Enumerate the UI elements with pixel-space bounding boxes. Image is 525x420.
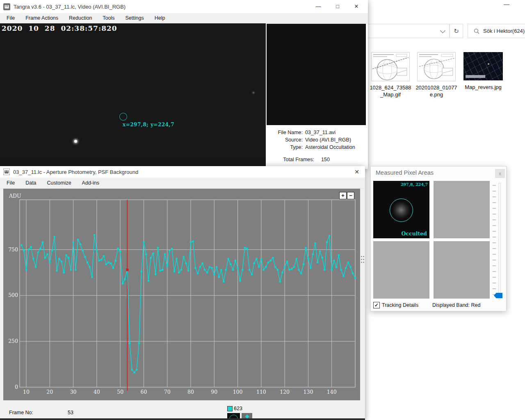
map-thumbnail-2 <box>417 52 456 81</box>
search-box[interactable]: Sök i Hektor(624) <box>468 24 525 38</box>
faint-star-dot <box>253 92 254 94</box>
svg-text:80: 80 <box>187 389 194 395</box>
info-row: Source: Video (AVI.BI_RGB) <box>267 137 365 143</box>
panel-close-button[interactable]: x <box>495 169 505 178</box>
measured-pixel-areas-panel: Measured Pixel Areas x 297,8, 224,7 Occu… <box>370 166 507 311</box>
close-button[interactable]: ✕ <box>349 1 363 11</box>
target-coordinates-label: x=297,8; y=224,7 <box>123 122 174 128</box>
menu-file[interactable]: File <box>1 13 20 23</box>
file-item[interactable]: 1028_624_73588_Map.gif <box>369 52 412 98</box>
tile-status-label: Occulted <box>402 231 427 237</box>
aperture-circle <box>390 199 413 222</box>
svg-text:140: 140 <box>327 389 337 395</box>
lightcurve-titlebar[interactable]: 03_37_11.lc - Aperture Photometry, PSF B… <box>0 166 365 178</box>
video-timestamp: 2020 10 28 02:38:57:820 <box>2 24 117 32</box>
refresh-button[interactable]: ↻ <box>450 24 463 38</box>
check-icon: ✓ <box>374 302 379 308</box>
zoom-in-button[interactable]: + <box>339 192 347 199</box>
pixel-area-tile-occulted[interactable]: 297,8, 224,7 Occulted <box>373 181 429 238</box>
svg-text:10: 10 <box>23 389 30 395</box>
lightcurve-series <box>22 235 355 372</box>
svg-text:250: 250 <box>8 338 18 344</box>
pixel-area-tile-4[interactable] <box>434 241 490 299</box>
legend-swatch <box>227 406 233 411</box>
lightcurve-menubar: File Data Customize Add-ins <box>0 178 365 189</box>
info-label: File Name: <box>267 130 303 135</box>
menu-data[interactable]: Data <box>20 178 41 188</box>
svg-text:750: 750 <box>8 247 18 253</box>
maximize-button[interactable]: □ <box>331 1 345 11</box>
minimize-button[interactable]: — <box>311 1 325 11</box>
svg-text:130: 130 <box>304 389 313 395</box>
map-thumbnail-1 <box>371 52 410 81</box>
map-thumbnail-3 <box>463 52 503 80</box>
svg-text:50: 50 <box>117 389 123 395</box>
svg-text:500: 500 <box>8 292 18 298</box>
address-bar[interactable] <box>366 24 450 38</box>
svg-text:40: 40 <box>94 389 100 395</box>
menu-reduction[interactable]: Reduction <box>64 13 97 23</box>
displayed-band-label: Displayed Band: Red <box>432 302 480 308</box>
info-row: File Name: 03_37_11.avi <box>267 130 365 135</box>
refresh-icon: ↻ <box>454 27 459 35</box>
close-button[interactable]: ✕ <box>350 167 364 177</box>
chevron-down-icon[interactable] <box>440 28 445 33</box>
menu-file[interactable]: File <box>1 178 20 188</box>
total-frames-row: Total Frames: 150 <box>267 157 365 162</box>
search-icon <box>474 28 479 34</box>
tracking-details-checkbox[interactable]: ✓ <box>373 302 380 308</box>
window-title: Tangra v3.6 - 03_37_11.lc, Video (AVI.BI… <box>14 4 126 10</box>
tangra-menubar: File Frame Actions Reduction Tools Setti… <box>0 13 368 23</box>
file-name[interactable]: 20201028_01077e.png <box>415 84 458 98</box>
file-info-panel: File Name: 03_37_11.avi Source: Video (A… <box>267 130 365 164</box>
svg-text:30: 30 <box>70 389 77 395</box>
lightcurve-window: 03_37_11.lc - Aperture Photometry, PSF B… <box>0 166 365 420</box>
explorer-minimize-icon[interactable]: — <box>504 1 509 7</box>
frame-no-value: 53 <box>68 410 73 415</box>
tracking-details-label: Tracking Details <box>382 302 418 308</box>
info-value: 03_37_11.avi <box>303 130 336 135</box>
svg-text:100: 100 <box>233 389 243 395</box>
file-name[interactable]: Map_revers.jpg <box>462 84 504 91</box>
star-dot <box>74 140 77 143</box>
zoom-slider-track[interactable] <box>498 183 501 299</box>
tangra-titlebar[interactable]: Tangra v3.6 - 03_37_11.lc, Video (AVI.BI… <box>0 0 368 13</box>
video-frame[interactable]: 2020 10 28 02:38:57:820 x=297,8; y=224,7 <box>0 23 266 169</box>
tangra-app-icon <box>3 3 10 10</box>
slider-tick-marks <box>493 185 496 298</box>
target-aperture-circle[interactable] <box>119 113 127 121</box>
legend-label: 623 <box>234 406 242 411</box>
menu-settings[interactable]: Settings <box>120 13 149 23</box>
info-row: Type: Asteroidal Occultation <box>267 144 365 150</box>
pixel-area-tile-3[interactable] <box>373 241 429 299</box>
file-item[interactable]: 20201028_01077e.png <box>415 52 458 98</box>
total-frames-label: Total Frames: <box>267 157 314 162</box>
zoom-out-button[interactable]: − <box>347 192 354 199</box>
svg-text:20: 20 <box>46 389 53 395</box>
frame-no-label: Frame No: <box>9 410 33 415</box>
svg-text:60: 60 <box>141 389 147 395</box>
svg-text:90: 90 <box>211 389 217 395</box>
svg-text:0: 0 <box>15 384 18 390</box>
pixel-area-tile-2[interactable] <box>434 181 490 238</box>
file-item[interactable]: Map_revers.jpg <box>462 52 504 91</box>
search-text: Sök i Hektor(624) <box>483 28 525 34</box>
psf-fit-icon <box>245 415 249 419</box>
tangra-main-window: Tangra v3.6 - 03_37_11.lc, Video (AVI.BI… <box>0 0 368 169</box>
info-label: Source: <box>267 137 303 143</box>
menu-customize[interactable]: Customize <box>42 178 77 188</box>
panel-title: Measured Pixel Areas <box>376 169 434 176</box>
svg-text:ADU: ADU <box>9 193 21 199</box>
svg-text:110: 110 <box>256 389 266 395</box>
menu-addins[interactable]: Add-ins <box>77 178 105 188</box>
info-value: Video (AVI.BI_RGB) <box>303 137 351 143</box>
tangra-app-icon <box>3 169 10 175</box>
menu-frame-actions[interactable]: Frame Actions <box>20 13 64 23</box>
lightcurve-chart[interactable]: ADU1020304050607080901001101201301400250… <box>3 189 360 400</box>
menu-tools[interactable]: Tools <box>97 13 120 23</box>
svg-text:120: 120 <box>280 389 290 395</box>
taskbar-edge <box>0 418 365 420</box>
file-name[interactable]: 1028_624_73588_Map.gif <box>369 84 412 98</box>
resize-grip[interactable] <box>361 255 365 263</box>
menu-help[interactable]: Help <box>149 13 171 23</box>
